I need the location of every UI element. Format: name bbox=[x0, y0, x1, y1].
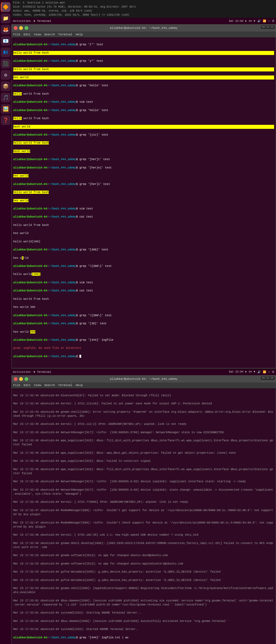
minimize-button-1[interactable] bbox=[19, 26, 23, 30]
timestamp-2: 00:31:39 bbox=[261, 377, 275, 380]
terminal-taskbar-item[interactable]: ● Terminal bbox=[33, 19, 51, 23]
sidebar-icon-vscode[interactable] bbox=[1, 47, 11, 57]
terminal-content-2[interactable]: Mar 23 17:32:44 ubuntu18-04 bluetoothd[8… bbox=[12, 388, 276, 644]
sidebar-icon-music[interactable]: 🎵 bbox=[1, 93, 11, 102]
titlebar-buttons-1 bbox=[14, 26, 28, 30]
sidebar-icon-help[interactable]: ❓ bbox=[1, 115, 11, 125]
terminal-title-1: aliakbar@ubuntu18-04: ~/bash_444_udemy bbox=[110, 26, 178, 30]
sidebar-icon-settings[interactable]: ⚙️ bbox=[1, 70, 11, 80]
menu-help-2[interactable]: Help bbox=[76, 384, 83, 387]
taskbar2-time: Sat 22:04 ● bbox=[229, 370, 247, 373]
sidebar-icon-terminal[interactable]: ⬛ bbox=[1, 59, 11, 68]
taskbar-left: Activities ● Terminal bbox=[13, 19, 51, 23]
taskbar-lang[interactable]: en ▼ bbox=[249, 20, 255, 23]
maximize-button-1[interactable] bbox=[25, 26, 28, 30]
menubar-1: File Edit View Search Terminal Help bbox=[12, 32, 276, 37]
menu-help-1[interactable]: Help bbox=[76, 33, 83, 36]
sidebar-icon-files[interactable]: 📁 bbox=[1, 13, 11, 23]
video-line3: Video: h264, yuv420p, 1280x720, 1815 kb/… bbox=[13, 13, 274, 17]
video-info: File: 3. Exercise 1 solution.mp4 Size: 5… bbox=[11, 0, 276, 18]
menu-edit-2[interactable]: Edit bbox=[23, 384, 30, 387]
video-line2: Audio: aac, 48000 Hz, stereo, s16, 128 k… bbox=[13, 9, 274, 13]
svg-rect-1 bbox=[6, 51, 8, 54]
terminal-titlebar-2: aliakbar@ubuntu18-04: ~/bash_444_udemy bbox=[12, 376, 276, 383]
minimize-button-2[interactable] bbox=[19, 377, 23, 381]
taskbar-time: Sat 22:03 ● bbox=[229, 20, 247, 23]
taskbar-menu[interactable]: ☰ bbox=[272, 19, 274, 23]
sidebar-icon-ubuntu[interactable]: 🔶 bbox=[1, 2, 11, 12]
sidebar-icon-firefox[interactable]: 🦊 bbox=[1, 25, 11, 35]
terminal-titlebar-1: aliakbar@ubuntu18-04: ~/bash_444_udemy bbox=[12, 25, 276, 32]
taskbar2-left: Activities ● Terminal bbox=[13, 370, 51, 374]
menu-view-1[interactable]: View bbox=[34, 33, 41, 36]
menu-file-2[interactable]: File bbox=[13, 384, 20, 387]
taskbar2-power[interactable]: ⚡ bbox=[268, 370, 270, 374]
sidebar: 🔶 📁 🦊 📧 ⬛ ⚙️ 📦 🎵 🖼️ ❓ bbox=[0, 0, 11, 644]
taskbar-wifi[interactable]: 📶 bbox=[263, 19, 266, 23]
taskbar-2: Activities ● Terminal Sat 22:04 ● en ▼ 🔊… bbox=[11, 369, 276, 375]
timestamp-1: 00:32:44 bbox=[261, 26, 275, 29]
titlebar-buttons-2 bbox=[14, 377, 28, 381]
video-line1: Size: 54299213 bytes (51.78 MiB), durati… bbox=[13, 5, 274, 9]
svg-rect-0 bbox=[4, 51, 5, 54]
taskbar-power[interactable]: ⚡ bbox=[268, 19, 270, 23]
menu-terminal-1[interactable]: Terminal bbox=[58, 33, 73, 36]
menu-edit-1[interactable]: Edit bbox=[23, 33, 30, 36]
menu-terminal-2[interactable]: Terminal bbox=[58, 384, 73, 387]
maximize-button-2[interactable] bbox=[25, 377, 28, 381]
taskbar2-lang[interactable]: en ▼ bbox=[249, 370, 255, 373]
terminal-content-1[interactable]: aliakbar@ubuntu18-04:~/bash_444_udemy$ g… bbox=[12, 37, 276, 368]
taskbar2-vol[interactable]: 🔊 bbox=[257, 370, 261, 374]
taskbar-1: Activities ● Terminal Sat 22:03 ● en ▼ 🔊… bbox=[11, 18, 276, 24]
menu-file-1[interactable]: File bbox=[13, 33, 20, 36]
terminal-taskbar-item-2[interactable]: ● Terminal bbox=[33, 370, 51, 374]
taskbar-right: Sat 22:03 ● en ▼ 🔊 📶 ⚡ ☰ bbox=[229, 19, 274, 23]
close-button-1[interactable] bbox=[14, 26, 18, 30]
main-content: File: 3. Exercise 1 solution.mp4 Size: 5… bbox=[11, 0, 276, 644]
menu-search-2[interactable]: Search bbox=[44, 384, 55, 387]
taskbar2-wifi[interactable]: 📶 bbox=[263, 370, 266, 374]
taskbar2-menu[interactable]: ☰ bbox=[272, 370, 274, 374]
terminal-title-2: aliakbar@ubuntu18-04: ~/bash_444_udemy bbox=[110, 377, 178, 381]
menu-search-1[interactable]: Search bbox=[44, 33, 55, 36]
menubar-2: File Edit View Search Terminal Help bbox=[12, 383, 276, 388]
sidebar-icon-software[interactable]: 📦 bbox=[1, 81, 11, 91]
taskbar-vol[interactable]: 🔊 bbox=[257, 19, 261, 23]
taskbar2-right: Sat 22:04 ● en ▼ 🔊 📶 ⚡ ☰ bbox=[229, 370, 274, 374]
video-title: File: 3. Exercise 1 solution.mp4 bbox=[13, 1, 274, 5]
sidebar-icon-photos[interactable]: 🖼️ bbox=[1, 104, 11, 114]
menu-view-2[interactable]: View bbox=[34, 384, 41, 387]
activities-button-2[interactable]: Activities bbox=[13, 370, 31, 374]
close-button-2[interactable] bbox=[14, 377, 18, 381]
terminal-window-2: aliakbar@ubuntu18-04: ~/bash_444_udemy F… bbox=[11, 375, 276, 644]
activities-button[interactable]: Activities bbox=[13, 19, 31, 23]
sidebar-icon-thunderbird[interactable]: 📧 bbox=[1, 36, 11, 46]
terminal-window-1: aliakbar@ubuntu18-04: ~/bash_444_udemy F… bbox=[11, 24, 276, 368]
